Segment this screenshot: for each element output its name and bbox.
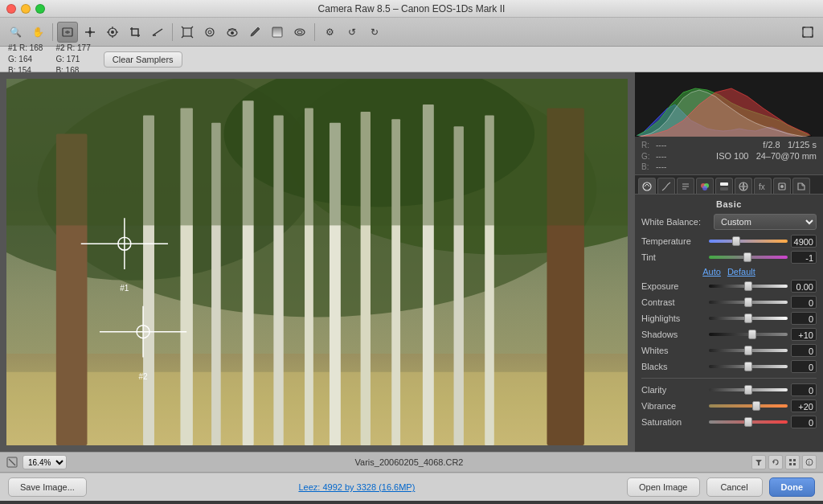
slider-value-blacks: 0 [791,360,817,373]
slider-track-saturation[interactable] [709,416,788,428]
save-image-button[interactable]: Save Image... [8,477,87,497]
slider-track-whites[interactable] [709,345,788,356]
zoom-tool[interactable]: 🔍 [5,22,26,43]
slider-track-blacks[interactable] [709,361,788,372]
slider-label-tint: Tint [641,252,706,262]
section-header: Basic [641,199,817,209]
filename-display: Varis_20060205_4068.CR2 [72,457,747,467]
slider-thumb-whites[interactable] [744,346,752,355]
canvas-area[interactable]: #1 #2 [0,72,634,452]
slider-thumb-shadows[interactable] [748,330,756,339]
slider-value-whites: 0 [791,344,817,357]
sampler-1-label: #1 [8,43,17,52]
slider-row-contrast: Contrast0 [641,296,817,309]
default-button[interactable]: Default [727,267,755,277]
tab-split-toning[interactable] [715,178,733,194]
rotate-cw-tool[interactable]: ↻ [364,22,385,43]
fullscreen-tool[interactable] [797,22,818,43]
adj-brush-tool[interactable] [244,22,265,43]
histogram-area [635,72,823,137]
tab-detail[interactable] [677,178,694,194]
sync-icon[interactable] [768,455,783,469]
slider-label-shadows: Shadows [641,330,706,339]
grid-icon[interactable] [785,455,800,469]
slider-row-tint: Tint-1 [641,251,817,264]
slider-thumb-clarity[interactable] [744,385,752,395]
transform-tool[interactable] [177,22,198,43]
tab-basic[interactable] [638,178,656,194]
panel-divider [641,378,817,379]
sampler-2-label: #2 [55,43,64,52]
info-icon[interactable]: i [802,455,817,469]
sampler-bar: #1 R: 168 G: 164 B: 154 #2 R: 177 G: 171… [0,47,823,72]
slider-track-temperature[interactable] [709,236,788,247]
tab-hsl[interactable] [696,178,714,194]
iso-focal: ISO 100 24–70@70 mm [716,151,817,161]
auto-button[interactable]: Auto [702,267,721,277]
panel-tabs: fx [635,175,823,195]
slider-thumb-tint[interactable] [743,252,751,262]
grad-filter-tool[interactable] [267,22,288,43]
prefs-tool[interactable]: ⚙ [319,22,340,43]
g-label: G: [641,152,651,161]
bottom-bar: Save Image... Leez: 4992 by 3328 (16.6MP… [0,473,823,501]
maximize-button[interactable] [35,4,45,14]
spot-remove-tool[interactable] [199,22,220,43]
slider-track-highlights[interactable] [709,313,788,324]
panel-content[interactable]: Basic White Balance: Custom As Shot Auto… [635,195,823,452]
separator-2 [172,23,173,41]
redeye-tool[interactable] [222,22,243,43]
tab-tone-curve[interactable] [657,178,675,194]
slider-thumb-vibrance[interactable] [752,401,760,411]
slider-thumb-blacks[interactable] [744,362,752,371]
slider-row-shadows: Shadows+10 [641,328,817,341]
zoom-select[interactable]: 16.4% 25% 50% 100% Fit [23,455,67,469]
slider-track-contrast[interactable] [709,297,788,308]
close-button[interactable] [6,4,16,14]
open-image-button[interactable]: Open Image [627,477,700,497]
tab-presets[interactable] [792,178,810,194]
filter-icon[interactable] [751,455,766,469]
cancel-button[interactable]: Cancel [706,477,763,497]
color-sampler-tool[interactable] [80,22,100,43]
wb-tool[interactable] [57,22,78,43]
tab-camera-calibration[interactable] [773,178,791,194]
minimize-button[interactable] [21,4,31,14]
slider-track-vibrance[interactable] [709,400,788,412]
slider-thumb-exposure[interactable] [744,281,752,291]
svg-text:#2: #2 [138,372,148,381]
slider-thumb-saturation[interactable] [744,417,752,427]
targeted-adj-tool[interactable] [102,22,123,43]
exposure-info: R: ---- f/2.8 1/125 s G: ---- ISO 100 24… [635,137,823,175]
g-value: ---- [656,152,666,161]
slider-thumb-contrast[interactable] [744,297,752,307]
slider-track-tint[interactable] [709,252,788,263]
slider-row-temperature: Temperature4900 [641,235,817,248]
slider-label-blacks: Blacks [641,362,706,371]
clear-samplers-button[interactable]: Clear Samplers [104,51,182,68]
tab-lens-corrections[interactable] [735,178,752,194]
separator-3 [314,23,315,41]
white-balance-select[interactable]: Custom As Shot Auto Daylight Cloudy Shad… [714,214,817,230]
slider-track-clarity[interactable] [709,384,788,395]
radial-filter-tool[interactable] [289,22,310,43]
focal-length: 24–70@70 mm [756,151,817,161]
histogram-svg [635,72,823,137]
done-button[interactable]: Done [769,477,816,497]
svg-text:#1: #1 [120,284,129,293]
auto-default-row: Auto Default [641,267,817,277]
straighten-tool[interactable] [147,22,168,43]
svg-point-4 [111,31,114,34]
slider-thumb-temperature[interactable] [732,236,740,246]
hand-tool[interactable]: ✋ [27,22,48,43]
tab-effects[interactable]: fx [754,178,772,194]
photo-display: #1 #2 [6,79,628,445]
rotate-ccw-tool[interactable]: ↺ [342,22,362,43]
crop-tool[interactable] [125,22,145,43]
slider-thumb-highlights[interactable] [744,313,752,323]
slider-track-exposure[interactable] [709,281,788,292]
leez-link[interactable]: Leez: 4992 by 3328 (16.6MP) [93,482,620,492]
slider-value-temperature: 4900 [791,235,817,248]
slider-track-shadows[interactable] [709,329,788,340]
svg-rect-56 [720,182,728,186]
